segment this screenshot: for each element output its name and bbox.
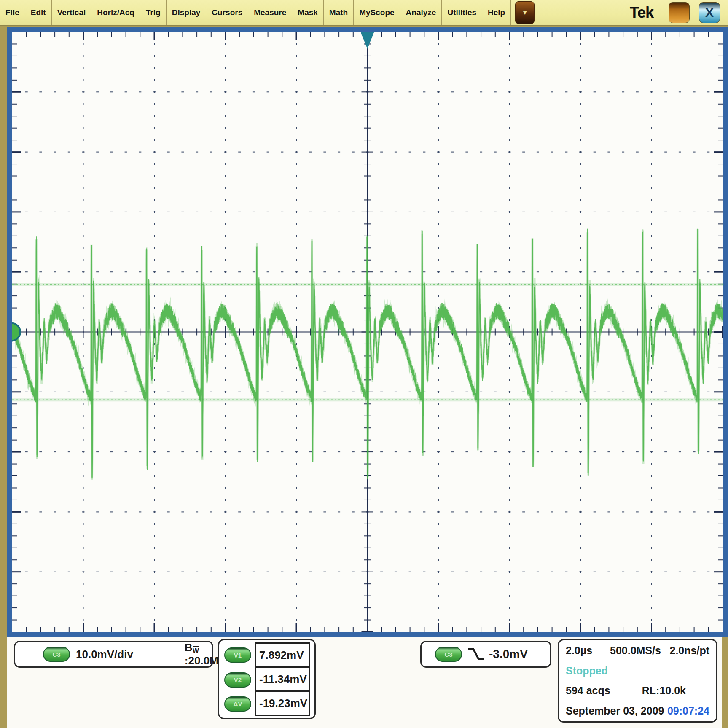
cursor-delta-v-value: -19.23mV: [255, 690, 310, 716]
cursor-v1-button[interactable]: V1: [224, 647, 251, 663]
menu-file[interactable]: File: [0, 0, 25, 25]
menu-math[interactable]: Math: [324, 0, 354, 25]
cursor-delta-v-button[interactable]: ΔV: [224, 696, 251, 712]
minimize-button[interactable]: —: [669, 2, 690, 23]
date-label: September 03, 2009: [566, 705, 664, 717]
channel-source-button[interactable]: C3: [43, 647, 70, 662]
datetime-row: September 03, 2009 09:07:24: [566, 705, 709, 717]
tek-logo: Tek: [630, 4, 653, 21]
menu-help[interactable]: Help: [482, 0, 511, 25]
chevron-down-icon: ▼: [522, 9, 528, 16]
sample-resolution: 2.0ns/pt: [670, 645, 709, 657]
acquisition-state: Stopped: [566, 665, 709, 677]
cursor-v1-value: 7.892mV: [255, 642, 310, 668]
close-icon: X: [705, 5, 714, 20]
menu-vertical[interactable]: Vertical: [52, 0, 92, 25]
close-button[interactable]: X: [699, 2, 720, 23]
cursor-v2-button[interactable]: V2: [224, 672, 251, 688]
falling-edge-icon: [466, 647, 486, 662]
record-length: RL:10.0k: [642, 685, 686, 697]
horizontal-readout-box: 2.0µs 500.0MS/s 2.0ns/pt Stopped 594 acq…: [558, 639, 717, 723]
acquisition-row: 594 acqs RL:10.0k: [566, 685, 709, 697]
time-per-div: 2.0µs: [566, 645, 592, 657]
sample-rate: 500.0MS/s: [610, 645, 661, 657]
time-label: 09:07:24: [667, 705, 709, 717]
timebase-row: 2.0µs 500.0MS/s 2.0ns/pt: [566, 645, 709, 657]
trigger-level: -3.0mV: [489, 647, 528, 661]
cursor-v2-value: -11.34mV: [255, 666, 310, 692]
graticule-canvas[interactable]: [12, 32, 723, 632]
cursor-row-v2: V2 -11.34mV: [224, 668, 310, 692]
menu-bar: File Edit Vertical Horiz/Acq Trig Displa…: [0, 0, 728, 26]
cursor-row-v1: V1 7.892mV: [224, 642, 310, 668]
menu-utilities[interactable]: Utilities: [442, 0, 482, 25]
acquisition-count: 594 acqs: [566, 685, 610, 697]
menu-myscope[interactable]: MyScope: [354, 0, 400, 25]
minimize-icon: —: [668, 0, 690, 20]
menu-edit[interactable]: Edit: [25, 0, 52, 25]
menu-mask[interactable]: Mask: [292, 0, 324, 25]
menu-measure[interactable]: Measure: [248, 0, 292, 25]
menu-analyze[interactable]: Analyze: [400, 0, 442, 25]
cursor-row-delta-v: ΔV -19.23mV: [224, 692, 310, 716]
menu-trig[interactable]: Trig: [140, 0, 167, 25]
channel-readout-box: C3 10.0mV/div BW:20.0M: [14, 641, 213, 668]
status-bar: C3 10.0mV/div BW:20.0M V1 7.892mV V2 -11…: [7, 637, 722, 728]
trigger-source-button[interactable]: C3: [435, 647, 462, 662]
menu-horiz-acq[interactable]: Horiz/Acq: [91, 0, 140, 25]
cursor-readout-box: V1 7.892mV V2 -11.34mV ΔV -19.23mV: [218, 639, 316, 719]
waveform-display[interactable]: [7, 27, 728, 637]
channel-scale: 10.0mV/div: [76, 648, 133, 661]
menu-overflow-button[interactable]: ▼: [515, 1, 535, 24]
menu-display[interactable]: Display: [167, 0, 207, 25]
channel-bandwidth: BW:20.0M: [185, 641, 219, 667]
menubar-spacer: [535, 0, 629, 25]
menu-cursors[interactable]: Cursors: [206, 0, 248, 25]
trigger-readout-box: C3 -3.0mV: [420, 641, 551, 668]
